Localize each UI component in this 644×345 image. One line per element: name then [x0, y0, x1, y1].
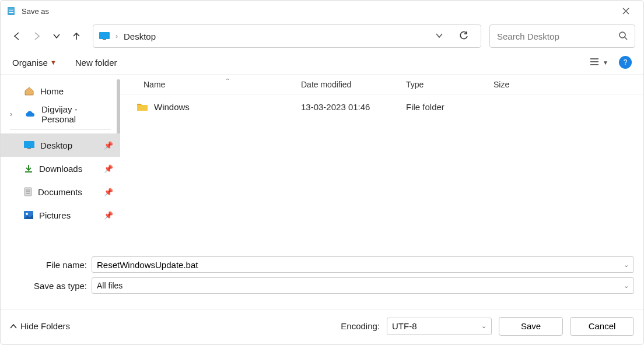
hide-folders-button[interactable]: Hide Folders	[10, 321, 70, 331]
save-button[interactable]: Save	[499, 317, 563, 336]
sidebar-label: Downloads	[39, 164, 82, 174]
toolbar: Organise ▼ New folder ▼ ?	[1, 51, 643, 74]
encoding-value: UTF-8	[392, 321, 417, 331]
search-input[interactable]	[497, 31, 618, 41]
sidebar-item-downloads[interactable]: Downloads 📌	[1, 157, 120, 180]
encoding-select[interactable]: UTF-8 ⌄	[387, 318, 492, 335]
notepad-icon	[6, 6, 16, 16]
chevron-right-icon[interactable]: ›	[10, 110, 12, 118]
sidebar-item-documents[interactable]: Documents 📌	[1, 180, 120, 203]
cloud-icon	[24, 110, 36, 118]
filename-field[interactable]: ⌄	[92, 256, 634, 273]
sidebar-label: Desktop	[40, 140, 72, 150]
cancel-button[interactable]: Cancel	[570, 317, 634, 336]
new-folder-button[interactable]: New folder	[75, 58, 117, 68]
column-type[interactable]: Type	[406, 80, 494, 89]
pin-icon: 📌	[104, 164, 113, 173]
svg-rect-4	[99, 32, 110, 39]
help-icon[interactable]: ?	[619, 56, 632, 69]
list-icon	[590, 58, 599, 68]
search-icon[interactable]	[618, 31, 628, 42]
title-bar: Save as	[1, 1, 643, 22]
sidebar-item-onedrive[interactable]: › Digvijay - Personal	[1, 103, 120, 126]
pin-icon: 📌	[104, 211, 113, 220]
sidebar-label: Home	[40, 86, 64, 96]
sidebar-item-home[interactable]: Home	[1, 79, 120, 103]
encoding-label: Encoding:	[341, 321, 380, 331]
recent-chevron-down-icon[interactable]	[48, 28, 65, 44]
chevron-down-icon[interactable]: ⌄	[624, 282, 629, 290]
folder-icon	[136, 102, 148, 111]
pin-icon: 📌	[104, 188, 113, 196]
filename-label: File name:	[10, 260, 92, 270]
chevron-down-icon[interactable]	[435, 31, 443, 41]
row-name: Windows	[154, 102, 190, 112]
back-icon[interactable]	[9, 28, 25, 44]
close-icon[interactable]	[614, 6, 638, 16]
sort-up-icon: ⌃	[225, 78, 230, 84]
address-bar[interactable]: › Desktop	[93, 24, 481, 48]
svg-rect-7	[24, 141, 34, 148]
chevron-down-icon[interactable]: ⌄	[481, 322, 487, 330]
new-folder-label: New folder	[75, 58, 117, 68]
svg-rect-5	[103, 39, 106, 40]
filename-input[interactable]	[97, 260, 624, 270]
hide-folders-label: Hide Folders	[20, 321, 70, 331]
savetype-label: Save as type:	[10, 281, 92, 291]
sidebar-label: Documents	[38, 187, 82, 197]
nav-row: › Desktop	[1, 22, 643, 51]
file-pane: Name⌃ Date modified Type Size Windows 13…	[120, 75, 643, 248]
window-title: Save as	[22, 7, 614, 16]
svg-rect-2	[9, 10, 13, 11]
search-field[interactable]	[489, 24, 635, 48]
column-name[interactable]: Name⌃	[120, 80, 301, 89]
download-icon	[24, 164, 33, 173]
chevron-right-icon: ›	[116, 32, 118, 40]
organise-menu[interactable]: Organise ▼	[12, 58, 57, 68]
organise-label: Organise	[12, 58, 48, 68]
row-type: File folder	[406, 102, 494, 112]
breadcrumb-location[interactable]: Desktop	[124, 31, 156, 41]
desktop-icon	[24, 141, 34, 149]
row-date: 13-03-2023 01:46	[301, 102, 406, 112]
pictures-icon	[24, 211, 33, 219]
chevron-down-icon[interactable]: ⌄	[624, 261, 629, 269]
savetype-value: All files	[97, 281, 123, 290]
table-row[interactable]: Windows 13-03-2023 01:46 File folder	[120, 94, 643, 119]
document-icon	[24, 187, 32, 196]
svg-rect-1	[9, 9, 13, 9]
desktop-icon	[99, 32, 110, 40]
column-date[interactable]: Date modified	[301, 80, 406, 89]
column-headers[interactable]: Name⌃ Date modified Type Size	[120, 75, 643, 94]
pin-icon: 📌	[104, 141, 113, 150]
caret-down-icon: ▼	[50, 59, 57, 66]
save-fields: File name: ⌄ Save as type: All files ⌄	[1, 248, 643, 299]
savetype-field[interactable]: All files ⌄	[92, 277, 634, 294]
home-icon	[24, 86, 34, 96]
sidebar-label: Digvijay - Personal	[41, 104, 112, 124]
bottom-bar: Hide Folders Encoding: UTF-8 ⌄ Save Canc…	[1, 309, 643, 342]
forward-icon[interactable]	[29, 28, 45, 44]
sidebar-label: Pictures	[39, 210, 71, 220]
column-size[interactable]: Size	[494, 80, 643, 89]
sidebar-item-desktop[interactable]: Desktop 📌	[1, 133, 120, 157]
sidebar: Home › Digvijay - Personal Desktop 📌 Dow…	[1, 75, 120, 248]
svg-rect-3	[9, 12, 13, 13]
main-area: Home › Digvijay - Personal Desktop 📌 Dow…	[1, 74, 643, 248]
svg-point-11	[26, 213, 28, 215]
caret-down-icon: ▼	[603, 59, 608, 66]
refresh-icon[interactable]	[453, 25, 475, 47]
separator	[10, 129, 111, 130]
chevron-up-icon	[10, 321, 17, 331]
sidebar-item-pictures[interactable]: Pictures 📌	[1, 203, 120, 227]
view-options-button[interactable]: ▼	[590, 58, 608, 68]
svg-point-6	[620, 32, 625, 38]
svg-rect-8	[27, 148, 31, 149]
up-icon[interactable]	[68, 28, 85, 44]
